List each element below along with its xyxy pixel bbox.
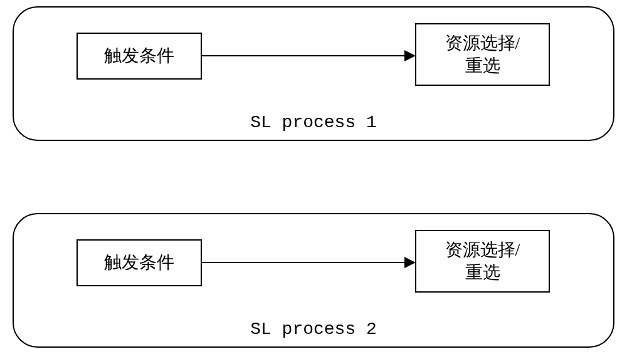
arrow-head-icon (404, 50, 416, 61)
trigger-condition-box: 触发条件 (76, 33, 202, 80)
process-container-2: 触发条件 资源选择/重选 SL process 2 (13, 213, 614, 348)
trigger-label: 触发条件 (104, 44, 174, 67)
arrow-head-icon (404, 257, 416, 268)
trigger-condition-box: 触发条件 (76, 239, 202, 286)
resource-selection-box: 资源选择/重选 (415, 230, 550, 293)
trigger-label: 触发条件 (104, 251, 174, 274)
resource-label: 资源选择/重选 (445, 32, 520, 78)
resource-selection-box: 资源选择/重选 (415, 23, 550, 86)
arrow-line (202, 55, 406, 56)
arrow-line (202, 262, 406, 263)
process-container-1: 触发条件 资源选择/重选 SL process 1 (13, 6, 614, 141)
process-label: SL process 2 (250, 320, 377, 339)
process-label: SL process 1 (250, 113, 377, 132)
resource-label: 资源选择/重选 (445, 239, 520, 284)
